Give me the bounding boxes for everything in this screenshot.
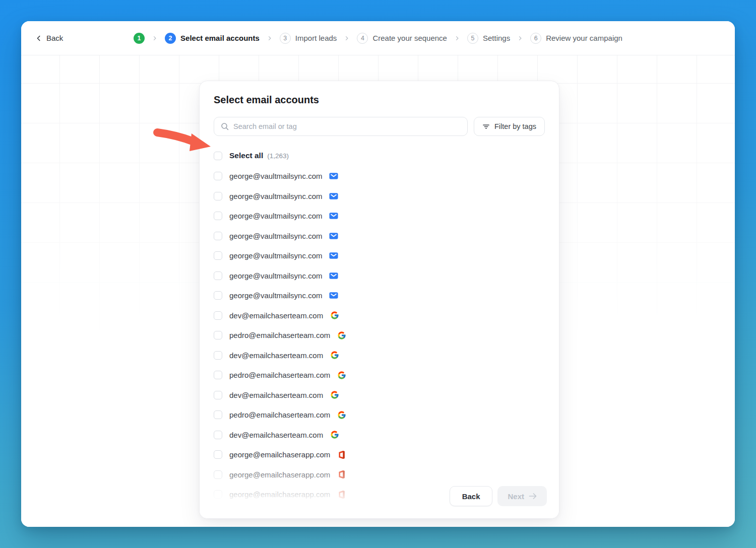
provider-icon [330,430,339,439]
filter-by-tags-button[interactable]: Filter by tags [474,117,545,136]
account-checkbox[interactable] [214,331,222,339]
account-checkbox[interactable] [214,371,222,379]
step-label: Review your campaign [546,34,622,42]
account-email: dev@emailchaserteam.com [229,431,323,439]
step-label: Settings [483,34,510,42]
mail-icon [329,212,338,220]
account-checkbox[interactable] [214,490,222,499]
search-input[interactable] [233,122,461,130]
account-email: george@vaultmailsync.com [229,291,322,300]
email-account-row[interactable]: dev@emailchaserteam.com [214,425,545,445]
account-email: george@vaultmailsync.com [229,271,322,280]
account-checkbox[interactable] [214,311,222,320]
search-icon [221,122,229,130]
google-icon [337,410,346,420]
account-checkbox[interactable] [214,450,222,459]
account-checkbox[interactable] [214,271,222,280]
email-account-row[interactable]: pedro@emailchaserteam.com [214,405,545,425]
provider-icon [330,311,339,320]
account-email: george@vaultmailsync.com [229,192,322,200]
account-checkbox[interactable] [214,212,222,220]
account-email: pedro@emailchaserteam.com [229,331,330,339]
email-account-row[interactable]: pedro@emailchaserteam.com [214,325,545,346]
wizard-step-1[interactable]: 1 [134,33,145,44]
provider-icon [330,351,339,360]
email-account-row[interactable]: george@vaultmailsync.com [214,166,545,186]
account-email: george@emailchaserapp.com [229,490,330,499]
email-account-row[interactable]: dev@emailchaserteam.com [214,346,545,366]
email-account-row[interactable]: george@emailchaserapp.com [214,445,545,465]
email-account-row[interactable]: george@vaultmailsync.com [214,246,545,266]
account-email: george@emailchaserapp.com [229,470,330,479]
step-label: Create your sequence [372,34,447,42]
modal-footer: Back Next [450,486,547,506]
account-checkbox[interactable] [214,291,222,300]
provider-icon [337,331,346,340]
chevron-right-icon [344,35,350,41]
step-number-badge: 2 [165,33,176,44]
select-all-checkbox[interactable] [214,152,222,160]
next-button[interactable]: Next [497,486,547,506]
google-icon [337,331,346,340]
app-window: Back 1 2 Select email accounts 3 Import … [21,21,735,527]
email-account-row[interactable]: george@vaultmailsync.com [214,266,545,286]
email-account-row[interactable]: pedro@emailchaserteam.com [214,505,545,519]
provider-icon [329,172,338,181]
wizard-step-3[interactable]: 3 Import leads [280,33,337,44]
wizard-stepper: 1 2 Select email accounts 3 Import leads… [134,33,622,44]
email-account-row[interactable]: dev@emailchaserteam.com [214,385,545,405]
step-number-badge: 3 [280,33,291,44]
account-checkbox[interactable] [214,351,222,360]
account-checkbox[interactable] [214,470,222,479]
google-icon [330,351,339,360]
email-account-row[interactable]: george@emailchaserapp.com [214,465,545,485]
email-account-row[interactable]: george@vaultmailsync.com [214,206,545,226]
account-email: pedro@emailchaserteam.com [229,410,330,419]
google-icon [330,311,339,320]
select-email-accounts-modal: Select email accounts Filter by tag [199,81,559,519]
email-account-row[interactable]: george@vaultmailsync.com [214,286,545,306]
annotation-arrow-icon [152,125,215,156]
provider-icon [330,390,339,399]
email-account-row[interactable]: george@vaultmailsync.com [214,186,545,207]
account-checkbox[interactable] [214,172,222,180]
account-checkbox[interactable] [214,192,222,200]
google-icon [337,510,346,519]
account-checkbox[interactable] [214,391,222,399]
chevron-right-icon [517,35,523,41]
mail-icon [329,232,338,240]
account-email: george@vaultmailsync.com [229,212,322,220]
account-checkbox[interactable] [214,232,222,240]
search-box[interactable] [214,117,468,136]
modal-title: Select email accounts [214,94,545,106]
account-checkbox[interactable] [214,251,222,260]
account-checkbox[interactable] [214,510,222,519]
provider-icon [337,450,346,459]
email-account-row[interactable]: dev@emailchaserteam.com [214,306,545,326]
google-icon [330,430,339,439]
provider-icon [337,470,346,479]
provider-icon [329,212,338,221]
wizard-step-5[interactable]: 5 Settings [467,33,510,44]
email-account-row[interactable]: pedro@emailchaserteam.com [214,365,545,385]
filter-icon [482,123,490,130]
wizard-step-2[interactable]: 2 Select email accounts [165,33,260,44]
mail-icon [329,272,338,280]
provider-icon [329,271,338,280]
office-icon [337,470,346,479]
provider-icon [337,510,346,519]
back-link[interactable]: Back [35,34,63,42]
select-all-count: (1,263) [267,152,289,160]
account-checkbox[interactable] [214,431,222,439]
account-checkbox[interactable] [214,410,222,419]
account-email: george@vaultmailsync.com [229,251,322,260]
provider-icon [329,251,338,260]
wizard-step-6[interactable]: 6 Review your campaign [530,33,622,44]
back-button[interactable]: Back [450,486,493,506]
filter-button-label: Filter by tags [494,122,536,130]
email-account-row[interactable]: george@vaultmailsync.com [214,226,545,246]
step-number-badge: 5 [467,33,478,44]
select-all-row[interactable]: Select all (1,263) [214,147,545,164]
mail-icon [329,192,338,200]
wizard-step-4[interactable]: 4 Create your sequence [357,33,447,44]
